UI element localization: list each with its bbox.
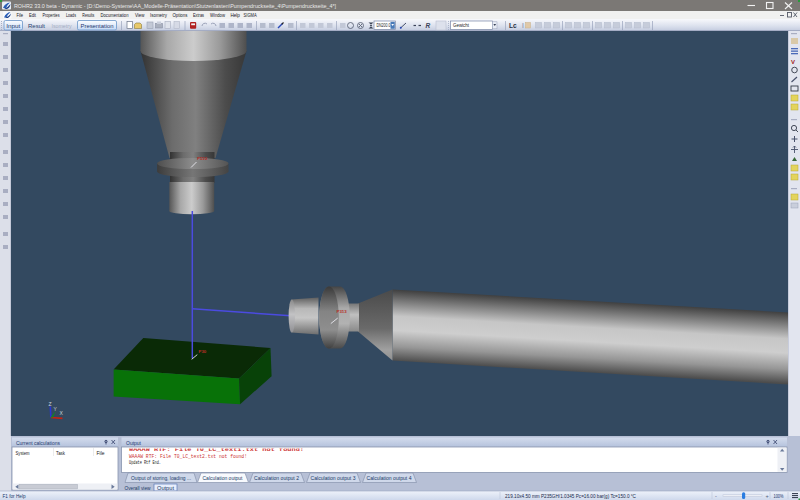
- svg-text:Output: Output: [157, 485, 175, 491]
- svg-text:Gewicht: Gewicht: [453, 22, 470, 28]
- svg-text:219.10x4.50 mm P235GH/1.0345 P: 219.10x4.50 mm P235GH/1.0345 Pc=16.00 ba…: [505, 494, 637, 499]
- svg-text:ROHR2 33.0 beta - Dynamic - [D: ROHR2 33.0 beta - Dynamic - [D:\Demo-Sys…: [14, 3, 336, 9]
- svg-text:+: +: [766, 493, 769, 499]
- svg-text:Extras: Extras: [193, 12, 204, 18]
- svg-text:I: I: [522, 22, 524, 29]
- svg-text:Output of storing, loading ...: Output of storing, loading ...: [131, 476, 191, 481]
- svg-text:Isometry: Isometry: [150, 12, 167, 18]
- svg-text:Calculation output 4: Calculation output 4: [367, 476, 412, 481]
- svg-text:System: System: [16, 450, 30, 456]
- svg-text:Window: Window: [210, 12, 225, 18]
- svg-text:100%: 100%: [774, 494, 785, 499]
- svg-text:Z: Z: [49, 401, 52, 407]
- svg-text:Help: Help: [230, 12, 240, 18]
- svg-text:Output: Output: [126, 440, 141, 446]
- svg-text:View: View: [135, 12, 145, 18]
- svg-text:Input: Input: [6, 22, 20, 29]
- svg-text:WAAAW RTF: File T0_LC_text2.tx: WAAAW RTF: File T0_LC_text2.txt not foun…: [129, 454, 247, 460]
- svg-text:SIGMA: SIGMA: [244, 12, 257, 18]
- svg-text:Overall view: Overall view: [125, 485, 151, 491]
- svg-text:DN200.0: DN200.0: [377, 22, 391, 28]
- svg-text:Calculation output 2: Calculation output 2: [254, 476, 299, 481]
- svg-text:Results: Results: [82, 12, 94, 18]
- svg-text:P510: P510: [197, 156, 208, 161]
- svg-text:Documentation: Documentation: [101, 12, 129, 18]
- svg-text:Options: Options: [172, 12, 187, 18]
- svg-text:P30: P30: [199, 349, 207, 354]
- svg-text:V: V: [791, 59, 795, 65]
- svg-text:File: File: [17, 12, 24, 18]
- svg-text:Current calculations: Current calculations: [16, 440, 60, 446]
- svg-text:Update Rtf End.: Update Rtf End.: [129, 460, 161, 466]
- svg-text:Presentation: Presentation: [81, 22, 115, 29]
- svg-text:Result: Result: [28, 22, 45, 29]
- svg-text:Calculation output 3: Calculation output 3: [311, 476, 356, 481]
- svg-text:Isometry: Isometry: [52, 22, 73, 29]
- svg-text:Lc: Lc: [509, 22, 517, 29]
- svg-text:Loads: Loads: [66, 12, 76, 18]
- svg-text:Properties: Properties: [43, 12, 60, 18]
- svg-text:Calculation output: Calculation output: [203, 476, 244, 481]
- svg-text:Task: Task: [56, 450, 65, 456]
- svg-text:Edit: Edit: [29, 12, 36, 18]
- svg-text:P313: P313: [337, 309, 348, 314]
- svg-text:-: -: [715, 493, 717, 499]
- svg-text:R: R: [426, 22, 431, 29]
- svg-text:F1 for Help: F1 for Help: [3, 493, 26, 499]
- svg-text:File: File: [97, 450, 105, 456]
